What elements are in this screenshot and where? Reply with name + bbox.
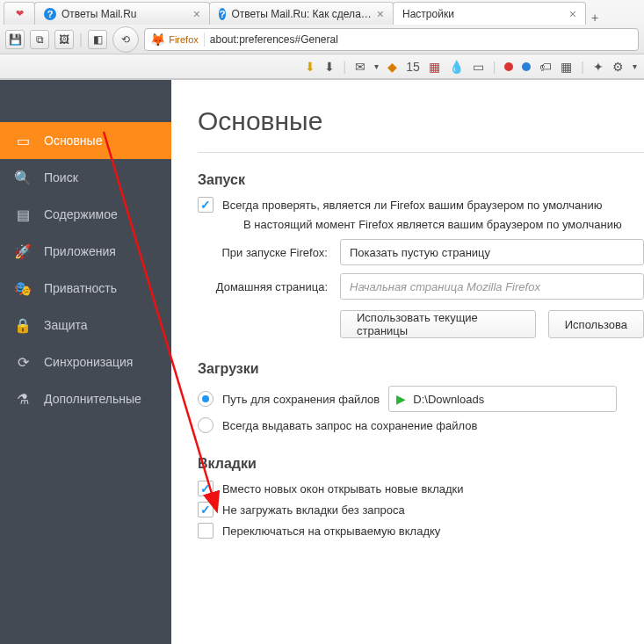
sidebar-item-content[interactable]: ▤ Содержимое [0,196,171,233]
homepage-input[interactable]: Начальная страница Mozilla Firefox [340,273,644,300]
checkbox-label: Вместо новых окон открывать новые вкладк… [222,482,464,496]
mail-icon[interactable]: ✉ [355,60,365,74]
new-tab-button[interactable]: + [585,11,604,25]
on-start-select[interactable]: Показать пустую страницу [340,239,644,265]
checkbox-label: Переключаться на открываемую вкладку [222,525,440,538]
tab-label: Ответы Mail.Ru [62,8,136,20]
sidebar-item-label: Поиск [44,170,78,185]
tab-1[interactable]: ❤ [4,2,35,25]
general-icon: ▭ [14,133,32,149]
url-input[interactable] [205,33,638,46]
select-value: Показать пустую страницу [350,246,490,259]
search-icon: 🔍 [14,170,32,186]
tag-icon[interactable]: 🏷 [539,60,552,74]
homepage-placeholder: Начальная страница Mozilla Firefox [350,280,540,293]
sidebar-item-label: Синхронизация [44,355,133,369]
gear-icon[interactable]: ⚙ [612,60,624,74]
checkbox-switch-to-tab[interactable] [198,523,213,539]
section-startup-heading: Запуск [198,172,644,188]
mask-icon: 🎭 [14,280,32,297]
checkbox-label: Всегда проверять, является ли Firefox ва… [222,199,603,212]
save-icon[interactable]: 💾 [5,30,25,49]
sidebar-item-search[interactable]: 🔍 Поиск [0,159,171,196]
sidebar-item-label: Приватность [44,281,117,295]
drop-icon[interactable]: 💧 [449,60,464,74]
sidebar-item-general[interactable]: ▭ Основные [0,122,171,159]
checkbox-dont-load-tabs[interactable] [198,502,213,517]
use-current-pages-button[interactable]: Использовать текущие страницы [340,310,536,338]
sidebar-item-label: Основные [44,134,102,148]
page-title: Основные [198,106,644,136]
sync-icon: ⟳ [14,354,32,371]
sidebar-item-label: Содержимое [44,207,118,221]
status-red-icon[interactable] [504,60,513,74]
sidebar-item-advanced[interactable]: ⚗ Дополнительные [0,380,171,417]
star-icon[interactable]: ✦ [593,60,604,74]
section-tabs-heading: Вкладки [198,456,644,472]
download-icon[interactable]: ⬇ [324,60,335,74]
sidebar-item-sync[interactable]: ⟳ Синхронизация [0,344,171,380]
window-icon[interactable]: ◧ [88,30,107,49]
tab-4-settings[interactable]: Настройки × [393,2,586,25]
screenshot-icon[interactable]: ⧉ [30,30,49,49]
downloads-path-field[interactable]: ▶ D:\Downloads [388,386,617,412]
download-arrow-icon[interactable]: ⬇ [305,60,315,74]
layers-icon[interactable]: ▦ [561,60,572,74]
checkbox-label: Не загружать вкладки без запроса [222,503,405,517]
tab-2[interactable]: ? Ответы Mail.Ru × [34,2,210,25]
status-blue-icon[interactable] [522,60,531,74]
downloads-path-value: D:\Downloads [413,393,484,406]
question-icon: ? [219,8,226,20]
addon-toolbar: ⬇ ⬇ | ✉ ▾ ◆ 15 ▦ 💧 ▭ | 🏷 ▦ | ✦ ⚙ ▾ [0,54,644,79]
radio-label: Всегда выдавать запрос на сохранение фай… [222,419,477,432]
page-icon[interactable]: ▭ [473,60,484,74]
sidebar-item-applications[interactable]: 🚀 Приложения [0,233,171,270]
badge-count[interactable]: 15 [406,60,420,74]
sidebar-item-privacy[interactable]: 🎭 Приватность [0,270,171,307]
checkbox-check-default[interactable] [198,197,213,213]
rocket-icon: 🚀 [14,243,32,260]
main-toolbar: 💾 ⧉ 🖼 | ◧ ⟲ 🦊 Firefox [0,25,644,54]
flask-icon: ⚗ [14,391,32,408]
tab-label: Настройки [402,8,454,20]
heart-icon: ❤ [13,8,25,20]
folder-icon: ▶ [396,392,406,406]
reload-icon[interactable]: ⟲ [112,26,139,53]
use-bookmark-button[interactable]: Использова [548,310,644,338]
identity-label: Firefox [169,34,199,45]
sidebar-item-label: Приложения [44,244,116,258]
on-start-label: При запуске Firefox: [198,246,328,259]
images-icon[interactable]: 🖼 [54,30,74,49]
browser-tab-strip: ❤ ? Ответы Mail.Ru × ? Ответы Mail.Ru: К… [0,0,644,25]
content-icon: ▤ [14,206,32,223]
section-downloads-heading: Загрузки [198,361,644,377]
close-icon[interactable]: × [569,7,576,21]
chevron-down-icon[interactable]: ▾ [633,62,637,71]
address-bar[interactable]: 🦊 Firefox [144,28,639,51]
extension-icon[interactable]: ◆ [387,60,397,74]
lock-icon: 🔒 [14,317,32,334]
calendar-icon[interactable]: ▦ [429,60,440,74]
sidebar-item-label: Защита [44,318,88,332]
radio-always-ask[interactable] [198,417,213,433]
preferences-content: Основные Запуск Всегда проверять, являет… [171,80,644,644]
question-icon: ? [44,8,56,20]
preferences-sidebar: ▭ Основные 🔍 Поиск ▤ Содержимое 🚀 Прилож… [0,80,171,644]
sidebar-item-label: Дополнительные [44,392,141,406]
checkbox-tabs-instead-windows[interactable] [198,481,213,496]
close-icon[interactable]: × [193,7,200,21]
chevron-down-icon[interactable]: ▾ [374,62,379,71]
radio-save-to[interactable] [198,391,213,407]
close-icon[interactable]: × [377,7,384,21]
default-browser-status: В настоящий момент Firefox является ваши… [198,218,644,231]
radio-label: Путь для сохранения файлов [222,393,380,406]
homepage-label: Домашняя страница: [198,280,328,293]
tab-3[interactable]: ? Ответы Mail.Ru: Как сдела… × [209,2,394,25]
identity-box[interactable]: 🦊 Firefox [145,33,205,47]
sidebar-item-security[interactable]: 🔒 Защита [0,307,171,344]
tab-label: Ответы Mail.Ru: Как сдела… [231,8,371,20]
firefox-icon: 🦊 [150,33,165,47]
